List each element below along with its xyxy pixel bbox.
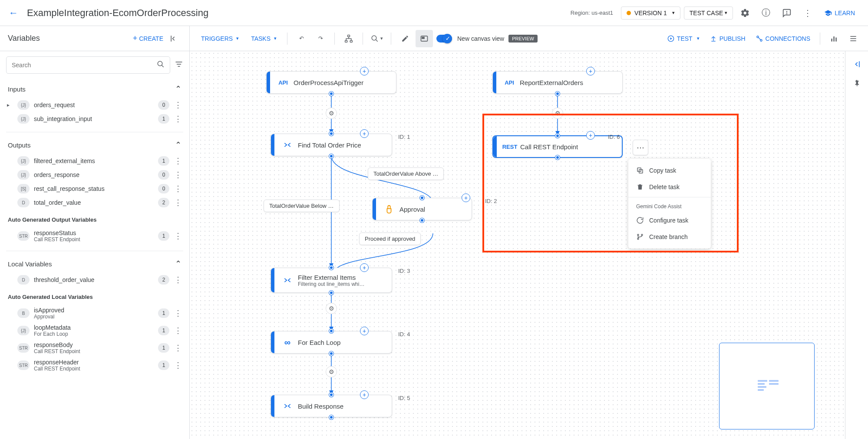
ctx-delete-task[interactable]: Delete task bbox=[628, 179, 711, 195]
task-node-build-response[interactable]: Build Response bbox=[271, 395, 392, 417]
tasks-dropdown[interactable]: TASKS bbox=[246, 32, 282, 46]
variable-item[interactable]: STRresponseBodyCall REST Endpoint1⋮ bbox=[6, 339, 183, 357]
learn-label: LEARN bbox=[835, 10, 855, 16]
gear-icon[interactable]: ⚙ bbox=[326, 303, 337, 314]
node-more-button[interactable]: ⋯ bbox=[633, 140, 648, 155]
variable-item[interactable]: Dthreshold_order_value2⋮ bbox=[6, 273, 183, 287]
edge-label-above[interactable]: TotalOrderValue Above … bbox=[368, 167, 444, 180]
expand-panel-icon[interactable] bbox=[848, 56, 865, 73]
task-node-foreach[interactable]: ∞ For Each Loop bbox=[271, 331, 392, 354]
trigger-node-reportexternal[interactable]: API ReportExternalOrders bbox=[492, 71, 623, 94]
node-label: OrderProcessApiTrigger bbox=[291, 79, 363, 86]
more-icon[interactable]: ⋮ bbox=[174, 198, 182, 207]
canvas[interactable]: API OrderProcessApiTrigger + ⚙ Find Tota… bbox=[190, 51, 845, 439]
search-input-wrapper[interactable] bbox=[6, 56, 170, 74]
add-port-icon[interactable]: + bbox=[462, 193, 470, 202]
redo-icon[interactable]: ↷ bbox=[312, 30, 329, 47]
variable-item[interactable]: {J}sub_integration_input1⋮ bbox=[6, 112, 183, 126]
overflow-icon[interactable]: ⋮ bbox=[799, 4, 816, 22]
task-node-call-rest[interactable]: REST Call REST Endpoint bbox=[492, 135, 623, 158]
publish-button[interactable]: PUBLISH bbox=[706, 32, 750, 46]
version-dropdown[interactable]: VERSION 1 bbox=[621, 7, 680, 20]
canvas-view-icon[interactable] bbox=[416, 30, 433, 47]
ctx-copy-task[interactable]: Copy task bbox=[628, 162, 711, 179]
outputs-section-header[interactable]: Outputs ⌃ bbox=[6, 138, 183, 154]
variable-item[interactable]: BisApprovedApproval1⋮ bbox=[6, 305, 183, 322]
testcase-dropdown[interactable]: TEST CASE bbox=[684, 7, 733, 20]
triggers-dropdown[interactable]: TRIGGERS bbox=[196, 32, 244, 46]
gear-icon[interactable]: ⚙ bbox=[326, 108, 337, 119]
ctx-label: Delete task bbox=[649, 183, 680, 190]
locals-section-header[interactable]: Local Variables ⌃ bbox=[6, 256, 183, 273]
settings-icon[interactable] bbox=[736, 4, 754, 22]
more-icon[interactable]: ⋮ bbox=[174, 275, 182, 285]
layout-icon[interactable] bbox=[340, 30, 357, 47]
learn-button[interactable]: LEARN bbox=[820, 7, 859, 20]
add-port-icon[interactable]: + bbox=[360, 327, 369, 335]
node-label: For Each Loop bbox=[295, 339, 340, 346]
create-label: CREATE bbox=[139, 35, 163, 42]
add-port-icon[interactable]: + bbox=[360, 67, 369, 75]
svg-line-7 bbox=[376, 39, 378, 42]
more-icon[interactable]: ⋮ bbox=[174, 231, 182, 241]
filter-icon[interactable] bbox=[175, 60, 183, 71]
variable-item[interactable]: {J}loopMetadataFor Each Loop1⋮ bbox=[6, 322, 183, 339]
variable-item[interactable]: Dtotal_order_value2⋮ bbox=[6, 196, 183, 210]
more-icon[interactable]: ⋮ bbox=[174, 326, 182, 335]
more-icon[interactable]: ⋮ bbox=[174, 100, 182, 110]
more-icon[interactable]: ⋮ bbox=[174, 360, 182, 370]
more-icon[interactable]: ⋮ bbox=[174, 114, 182, 124]
add-port-icon[interactable]: + bbox=[360, 263, 369, 272]
add-port-icon[interactable]: + bbox=[360, 390, 369, 399]
more-icon[interactable]: ⋮ bbox=[174, 184, 182, 193]
edge-label-proceed[interactable]: Proceed if approved bbox=[359, 233, 421, 245]
search-input[interactable] bbox=[12, 62, 157, 69]
variable-item[interactable]: {J}filtered_external_items1⋮ bbox=[6, 154, 183, 168]
create-button[interactable]: +CREATE bbox=[133, 34, 163, 43]
variable-item[interactable]: [S]rest_call_response_status0⋮ bbox=[6, 182, 183, 196]
ctx-configure-task[interactable]: Configure task bbox=[628, 212, 711, 229]
edge-label-below[interactable]: TotalOrderValue Below … bbox=[264, 200, 340, 212]
undo-icon[interactable]: ↶ bbox=[293, 30, 310, 47]
add-port-icon[interactable]: + bbox=[586, 131, 595, 140]
variable-item[interactable]: {J}orders_response0⋮ bbox=[6, 168, 183, 182]
edit-icon[interactable] bbox=[396, 30, 414, 47]
task-node-approval[interactable]: Approval bbox=[372, 198, 472, 220]
trigger-node-orderprocess[interactable]: API OrderProcessApiTrigger bbox=[266, 71, 396, 94]
chevron-up-icon[interactable]: ⌃ bbox=[175, 84, 182, 94]
info-icon[interactable]: ⓘ bbox=[757, 4, 775, 22]
variable-item[interactable]: STRresponseHeaderCall REST Endpoint1⋮ bbox=[6, 357, 183, 374]
chevron-up-icon[interactable]: ⌃ bbox=[175, 140, 182, 150]
analytics-icon[interactable] bbox=[825, 30, 843, 47]
pin-icon[interactable] bbox=[848, 75, 865, 92]
more-icon[interactable]: ⋮ bbox=[174, 308, 182, 318]
chevron-up-icon[interactable]: ⌃ bbox=[175, 259, 182, 269]
connections-button[interactable]: CONNECTIONS bbox=[752, 32, 815, 46]
ctx-create-branch[interactable]: Create branch bbox=[628, 229, 711, 245]
task-node-find-total[interactable]: Find Total Order Price bbox=[271, 134, 392, 156]
more-icon[interactable]: ⋮ bbox=[174, 343, 182, 353]
search-icon bbox=[157, 60, 165, 70]
inputs-section-header[interactable]: Inputs ⌃ bbox=[6, 82, 183, 98]
add-port-icon[interactable]: + bbox=[586, 67, 595, 75]
gear-icon[interactable]: ⚙ bbox=[552, 108, 563, 119]
minimap[interactable] bbox=[719, 343, 815, 429]
back-button[interactable]: ← bbox=[9, 7, 18, 19]
collapse-panel-icon[interactable] bbox=[166, 31, 182, 46]
task-node-filter[interactable]: Filter External Items Filtering out line… bbox=[271, 268, 392, 293]
gear-icon[interactable]: ⚙ bbox=[326, 366, 337, 377]
test-button[interactable]: TEST bbox=[663, 32, 704, 46]
feedback-icon[interactable] bbox=[778, 4, 795, 22]
variable-item[interactable]: STRresponseStatusCall REST Endpoint1⋮ bbox=[6, 227, 183, 245]
svg-point-1 bbox=[787, 13, 787, 14]
more-icon[interactable]: ⋮ bbox=[174, 156, 182, 166]
svg-rect-4 bbox=[345, 40, 347, 42]
expand-arrow-icon[interactable]: ▸ bbox=[7, 102, 13, 108]
add-port-icon[interactable]: + bbox=[360, 129, 369, 138]
variable-item[interactable]: ▸{J}orders_request0⋮ bbox=[6, 98, 183, 112]
logs-icon[interactable] bbox=[845, 30, 862, 47]
canvas-view-toggle[interactable] bbox=[436, 35, 452, 43]
zoom-icon[interactable] bbox=[368, 30, 386, 47]
more-icon[interactable]: ⋮ bbox=[174, 170, 182, 180]
inputs-title: Inputs bbox=[8, 85, 26, 93]
